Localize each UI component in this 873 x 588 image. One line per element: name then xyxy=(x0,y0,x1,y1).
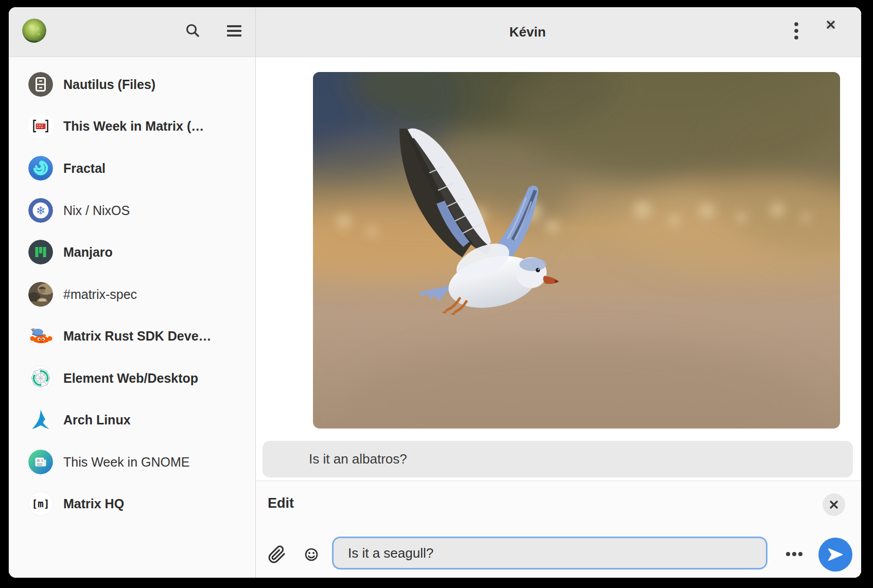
message-text: Is it an albatros? xyxy=(309,441,407,477)
fractal-window: Nautilus (Files) This Week in Matrix (… xyxy=(9,7,861,578)
room-item-rust-sdk[interactable]: Matrix Rust SDK Deve… xyxy=(9,315,255,357)
twim-avatar-icon xyxy=(28,114,53,138)
room-name: This Week in GNOME xyxy=(63,441,189,483)
nautilus-avatar-icon xyxy=(28,72,53,97)
twig-avatar-icon xyxy=(28,450,53,474)
svg-text:[m]: [m] xyxy=(32,498,49,509)
hamburger-menu-icon xyxy=(226,25,242,37)
room-name: Arch Linux xyxy=(63,399,131,441)
send-plane-icon xyxy=(828,548,843,561)
close-icon xyxy=(826,20,836,30)
nixos-avatar-icon: ❄ xyxy=(28,198,53,223)
arch-linux-avatar-icon xyxy=(28,407,53,432)
sidebar-divider xyxy=(255,7,256,578)
sidebar-header xyxy=(9,7,255,57)
chat-pane: Kévin xyxy=(256,7,861,578)
ellipsis-icon xyxy=(785,551,803,557)
send-button[interactable] xyxy=(818,538,852,572)
room-name: Nautilus (Files) xyxy=(63,63,155,105)
window-close-button[interactable] xyxy=(826,20,836,30)
matrix-spec-avatar-photo xyxy=(28,282,53,307)
chat-header: Kévin xyxy=(256,7,861,57)
room-name: Fractal xyxy=(63,147,106,189)
fractal-avatar-icon xyxy=(28,156,53,181)
emoji-button[interactable] xyxy=(300,543,323,566)
paperclip-icon xyxy=(268,545,286,564)
romanesco-avatar-image xyxy=(22,19,46,43)
cancel-edit-button[interactable] xyxy=(823,493,845,516)
message-input[interactable] xyxy=(332,537,767,569)
room-name: This Week in Matrix (… xyxy=(63,105,204,147)
user-avatar[interactable] xyxy=(22,19,46,43)
room-item-manjaro[interactable]: Manjaro xyxy=(9,231,255,273)
search-button[interactable] xyxy=(182,20,204,42)
room-name: Nix / NixOS xyxy=(63,189,130,231)
room-name: #matrix-spec xyxy=(63,273,137,315)
manjaro-avatar-icon xyxy=(28,240,53,264)
svg-text:❄: ❄ xyxy=(36,204,45,217)
sidebar: Nautilus (Files) This Week in Matrix (… xyxy=(9,7,255,578)
seagull-photo xyxy=(313,72,840,429)
room-item-twim[interactable]: This Week in Matrix (… xyxy=(9,105,255,147)
element-web-avatar-icon xyxy=(28,366,53,390)
room-item-element[interactable]: Element Web/Desktop xyxy=(9,357,255,399)
search-icon xyxy=(184,22,202,40)
room-name: Matrix HQ xyxy=(63,483,124,525)
smiley-icon xyxy=(302,545,321,564)
room-item-matrix-hq[interactable]: [m] Matrix HQ xyxy=(9,483,255,525)
close-icon xyxy=(829,500,839,510)
matrix-hq-avatar-icon: [m] xyxy=(28,491,53,516)
room-name: Element Web/Desktop xyxy=(63,357,198,399)
more-options-button[interactable] xyxy=(782,542,806,566)
room-menu-button[interactable] xyxy=(785,20,808,42)
message-bubble[interactable]: Is it an albatros? xyxy=(263,441,853,477)
edit-mode-label: Edit xyxy=(268,495,294,511)
room-name: Matrix Rust SDK Deve… xyxy=(63,315,212,357)
room-item-twig[interactable]: This Week in GNOME xyxy=(9,441,255,483)
room-title: Kévin xyxy=(256,7,799,57)
room-item-arch[interactable]: Arch Linux xyxy=(9,399,255,441)
ferris-crab-avatar-icon xyxy=(28,324,53,348)
room-item-fractal[interactable]: Fractal xyxy=(9,147,255,189)
attach-file-button[interactable] xyxy=(265,543,289,566)
compose-area: Edit xyxy=(256,481,861,578)
kebab-menu-icon xyxy=(794,22,799,40)
room-item-nautilus[interactable]: Nautilus (Files) xyxy=(9,63,255,105)
message-image-seagull[interactable] xyxy=(313,72,840,429)
room-name: Manjaro xyxy=(63,231,113,273)
main-menu-button[interactable] xyxy=(223,20,246,42)
room-item-matrix-spec[interactable]: #matrix-spec xyxy=(9,273,255,315)
room-item-nixos[interactable]: ❄ Nix / NixOS xyxy=(9,189,255,231)
